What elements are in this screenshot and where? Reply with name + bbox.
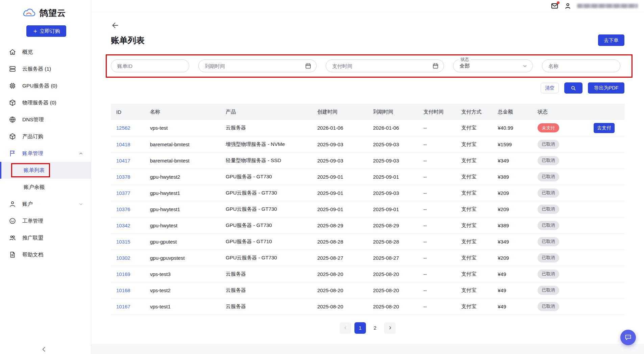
bill-amount: ¥349 xyxy=(492,233,532,250)
bill-id-link[interactable]: 10378 xyxy=(111,169,145,185)
table-row: 10315gpu-gputestGPU服务器 - GT7102025-08-28… xyxy=(111,233,625,250)
plus-icon xyxy=(33,29,38,34)
chevron-down-icon xyxy=(78,202,83,207)
bill-status-cell: 已取消 xyxy=(532,298,625,314)
pay-button[interactable]: 去支付 xyxy=(594,123,615,133)
sidebar-item-tickets[interactable]: 工单管理 xyxy=(0,212,91,229)
sidebar-item-account-balance[interactable]: 账户余额 xyxy=(0,179,91,196)
bill-pay-method: 支付宝 xyxy=(456,266,492,282)
bill-id-link[interactable]: 12562 xyxy=(111,120,145,136)
bill-status-cell: 已取消 xyxy=(532,201,625,217)
bill-expires: 2026-01-06 xyxy=(368,120,418,136)
account-icon xyxy=(9,200,16,208)
status-badge: 已取消 xyxy=(538,140,559,149)
expire-time-input[interactable] xyxy=(205,63,305,69)
bill-pay-method: 支付宝 xyxy=(456,282,492,298)
clear-button[interactable]: 清空 xyxy=(541,83,559,93)
table-row: 10168vps-test2云服务器2025-08-202025-08-20--… xyxy=(111,282,625,298)
sidebar-item-cloud-servers[interactable]: 云服务器 (1) xyxy=(0,60,91,77)
status-select[interactable]: 状态 全部 xyxy=(453,59,533,72)
bill-id-link[interactable]: 10315 xyxy=(111,233,145,250)
bill-product: 云服务器 xyxy=(220,266,312,282)
page-button-2[interactable]: 2 xyxy=(369,322,381,334)
bill-product: GPU云服务器 - GT730 xyxy=(220,250,312,266)
bill-status-cell: 已取消 xyxy=(532,185,625,201)
bill-product: 增强型物理服务器 - NVMe xyxy=(220,136,312,152)
export-pdf-button[interactable]: 导出为PDF xyxy=(588,82,624,94)
bill-name: gpu-hwytest xyxy=(145,217,220,233)
bill-id-link[interactable]: 10376 xyxy=(111,201,145,217)
name-input[interactable] xyxy=(542,59,620,72)
page-background-strip xyxy=(91,344,644,354)
order-now-button[interactable]: 立即订购 xyxy=(26,25,66,37)
product-icon xyxy=(9,133,16,140)
bill-status-cell: 已取消 xyxy=(532,169,625,185)
sidebar-item-product-order[interactable]: 产品订购 xyxy=(0,128,91,145)
status-select-label: 状态 xyxy=(459,57,471,62)
calendar-icon[interactable] xyxy=(305,62,312,69)
chat-fab-button[interactable] xyxy=(620,330,636,345)
bill-created: 2025-09-01 xyxy=(312,185,368,201)
bill-pay-method: 支付宝 xyxy=(456,298,492,314)
back-button[interactable] xyxy=(111,21,120,30)
column-header: 创建时间 xyxy=(312,104,368,120)
sidebar-item-label: 账户余额 xyxy=(24,184,45,191)
bill-id-input[interactable] xyxy=(111,59,189,72)
bill-id-link[interactable]: 10167 xyxy=(111,298,145,314)
next-page-button[interactable] xyxy=(384,322,396,334)
search-button[interactable] xyxy=(564,82,583,94)
bill-expires: 2025-09-01 xyxy=(368,201,418,217)
sidebar-item-gpu-servers[interactable]: GPU服务器 (0) xyxy=(0,77,91,94)
docs-icon xyxy=(9,251,16,258)
table-row: 10417baremetal-bmtest轻量型物理服务器 - SSD2025-… xyxy=(111,152,625,169)
billing-icon xyxy=(9,150,16,157)
bill-created: 2025-08-20 xyxy=(312,282,368,298)
table-row: 10377gpu-hwytest1GPU云服务器 - GT7302025-09-… xyxy=(111,185,625,201)
page-button-1[interactable]: 1 xyxy=(354,322,366,334)
sidebar-item-affiliate[interactable]: 推广联盟 xyxy=(0,229,91,246)
sidebar-item-billing[interactable]: 账单管理 xyxy=(0,145,91,162)
sidebar-item-physical-servers[interactable]: 物理服务器 (0) xyxy=(0,94,91,111)
mail-icon[interactable] xyxy=(551,2,559,10)
table-body: 12562vps-test云服务器2026-01-062026-01-06--支… xyxy=(111,120,625,314)
status-badge: 未支付 xyxy=(538,123,559,132)
sidebar-item-label: 物理服务器 (0) xyxy=(22,99,56,106)
sidebar-item-dns[interactable]: DNS管理 xyxy=(0,111,91,128)
sidebar-item-label: 推广联盟 xyxy=(22,234,43,242)
table-row: 10169vps-test3云服务器2025-08-202025-08-20--… xyxy=(111,266,625,282)
bill-amount: ¥209 xyxy=(492,185,532,201)
bill-id-link[interactable]: 10417 xyxy=(111,152,145,169)
bill-name: vps-test1 xyxy=(145,298,220,314)
sidebar-item-account[interactable]: 账户 xyxy=(0,196,91,212)
bill-id-link[interactable]: 10377 xyxy=(111,185,145,201)
user-icon[interactable] xyxy=(564,2,572,10)
sidebar-item-docs[interactable]: 帮助文档 xyxy=(0,246,91,263)
bill-id-link[interactable]: 10302 xyxy=(111,250,145,266)
prev-page-button[interactable] xyxy=(340,322,351,334)
sidebar-item-label: 产品订购 xyxy=(22,133,43,140)
bill-product: GPU服务器 - GT710 xyxy=(220,233,312,250)
pay-time-picker[interactable] xyxy=(326,59,444,72)
bill-created: 2025-09-01 xyxy=(312,169,368,185)
bill-id-link[interactable]: 10169 xyxy=(111,266,145,282)
bill-expires: 2025-09-03 xyxy=(368,136,418,152)
sidebar-collapse-button[interactable] xyxy=(40,345,48,353)
sidebar-item-overview[interactable]: 概览 xyxy=(0,44,91,60)
expire-time-picker[interactable] xyxy=(198,59,317,72)
bill-id-link[interactable]: 10418 xyxy=(111,136,145,152)
sidebar-item-bill-list[interactable]: 账单列表 xyxy=(0,162,91,179)
table-row: 10167vps-test1云服务器2025-08-202025-08-20--… xyxy=(111,298,625,314)
go-order-button[interactable]: 去下单 xyxy=(598,34,624,46)
chevron-up-icon xyxy=(78,151,83,156)
bill-id-link[interactable]: 10342 xyxy=(111,217,145,233)
bill-paid-at: -- xyxy=(418,201,456,217)
bill-pay-method: 支付宝 xyxy=(456,152,492,169)
bill-id-link[interactable]: 10168 xyxy=(111,282,145,298)
calendar-icon[interactable] xyxy=(432,62,439,69)
pay-time-input[interactable] xyxy=(332,63,432,69)
status-badge: 已取消 xyxy=(538,172,559,181)
filter-bar: 状态 全部 xyxy=(111,59,624,72)
bill-expires: 2025-09-03 xyxy=(368,152,418,169)
notification-dot xyxy=(557,1,560,4)
bill-pay-method: 支付宝 xyxy=(456,201,492,217)
